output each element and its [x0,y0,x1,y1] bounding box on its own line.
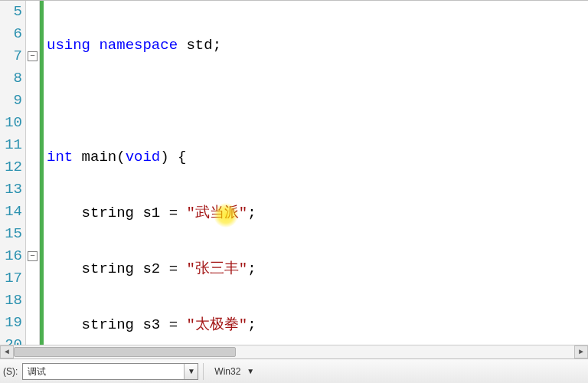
line-number-gutter: 5 6 7 8 9 10 11 12 13 14 15 16 17 18 19 … [0,1,26,358]
line-number: 12 [0,156,25,178]
fold-toggle-icon[interactable]: − [28,251,38,261]
code-text: std; [178,37,221,54]
scroll-left-button[interactable]: ◄ [0,345,14,358]
line-number: 19 [0,312,25,334]
keyword: int [47,149,73,165]
string-literal: "武当派" [186,205,247,221]
config-value: 调试 [23,364,184,379]
code-line[interactable]: string s2 = "张三丰"; [47,258,588,280]
line-number: 13 [0,178,25,201]
line-number: 5 [0,1,25,23]
config-dropdown[interactable]: 调试 ▼ [22,363,198,380]
keyword: using [47,37,90,54]
line-number: 7 [0,45,25,67]
string-literal: "张三丰" [186,260,247,277]
code-text: ; [247,205,256,221]
scroll-thumb[interactable] [14,347,236,357]
code-line[interactable]: string s3 = "太极拳"; [47,314,588,336]
fold-toggle-icon[interactable]: − [28,51,38,61]
code-text: string s2 = [47,260,186,277]
code-area[interactable]: using namespace std; int main(void) { st… [44,1,588,358]
code-text: main( [73,149,125,165]
line-number: 16 [0,245,25,267]
code-line[interactable]: int main(void) { [47,146,588,169]
code-editor[interactable]: 5 6 7 8 9 10 11 12 13 14 15 16 17 18 19 … [0,0,588,358]
string-literal: "太极拳" [186,316,247,333]
chevron-down-icon: ▼ [247,367,254,375]
code-line[interactable] [47,90,588,113]
code-line[interactable]: string s1 = "武当派"; [47,202,588,224]
status-bar: (S): 调试 ▼ Win32 ▼ [0,358,588,383]
line-number: 10 [0,112,25,134]
horizontal-scrollbar[interactable]: ◄ ► [0,345,588,358]
line-number: 15 [0,223,25,245]
fold-gutter: − − [26,1,40,358]
code-text: string s3 = [47,316,186,333]
code-text: string s1 = [47,205,186,221]
line-number: 14 [0,201,25,223]
code-text: ; [247,260,256,277]
line-number: 18 [0,290,25,312]
line-number: 8 [0,67,25,90]
config-label: (S): [0,366,22,377]
code-line[interactable]: using namespace std; [47,34,588,57]
keyword: namespace [99,37,178,54]
chevron-down-icon: ▼ [184,364,198,379]
code-text: ) { [160,149,186,165]
line-number: 11 [0,134,25,156]
line-number: 17 [0,267,25,290]
platform-dropdown[interactable]: Win32 ▼ [208,363,260,380]
keyword: void [126,149,161,165]
separator [203,363,204,380]
platform-value: Win32 [214,366,240,377]
code-text: ; [247,316,256,333]
line-number: 6 [0,23,25,45]
scroll-right-button[interactable]: ► [574,345,588,358]
line-number: 9 [0,90,25,112]
